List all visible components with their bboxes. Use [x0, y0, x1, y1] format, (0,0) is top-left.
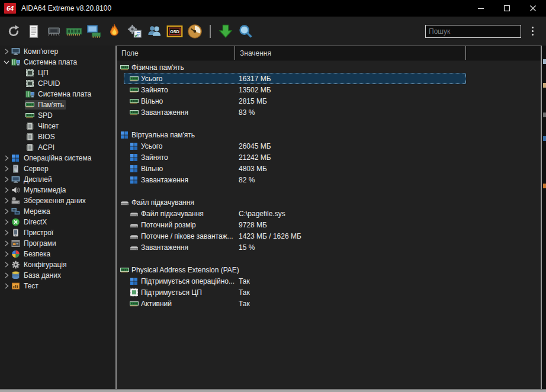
tree-item[interactable]: Чіпсет — [0, 121, 115, 131]
toolbar: OSD — [0, 17, 546, 46]
user-accounts-button[interactable] — [144, 20, 165, 43]
tree-item[interactable]: Комп'ютер — [0, 46, 115, 57]
close-icon — [529, 5, 537, 12]
chevron-right-icon[interactable] — [2, 261, 11, 269]
tree-item[interactable]: Тест — [0, 281, 115, 291]
horizontal-scrollbar[interactable] — [0, 389, 546, 392]
group-header-row[interactable]: Фізична пам'ять — [117, 62, 541, 73]
tree-item[interactable]: Дисплей — [0, 174, 115, 185]
table-section: Physical Address Extension (PAE)Підтриму… — [117, 264, 541, 309]
tree-item[interactable]: Збереження даних — [0, 195, 115, 206]
chevron-right-icon[interactable] — [2, 197, 11, 205]
chevron-right-icon[interactable] — [2, 239, 11, 248]
tree-item-label: Збереження даних — [24, 197, 86, 205]
windows-icon — [130, 165, 139, 173]
tree-item[interactable]: DirectX — [0, 217, 115, 227]
refresh-button[interactable] — [4, 20, 24, 43]
tree-item[interactable]: Операційна система — [0, 153, 115, 163]
value-cell: Так — [239, 287, 250, 298]
tree-item[interactable]: CPUID — [0, 78, 115, 89]
benchmark-button[interactable] — [104, 20, 124, 43]
field-label: Фізична пам'ять — [131, 63, 184, 72]
chevron-down-icon[interactable] — [2, 58, 11, 66]
table-row[interactable]: Зайнято21242 МБ — [117, 152, 541, 163]
tree-item[interactable]: Системна плата — [0, 57, 115, 68]
sensor-panel-icon — [187, 24, 203, 39]
tree-item[interactable]: Мережа — [0, 206, 115, 217]
report-button[interactable] — [24, 20, 44, 43]
table-row[interactable]: Завантаження83 % — [117, 107, 541, 118]
table-row[interactable]: Вільно2815 МБ — [117, 95, 541, 107]
table-row[interactable]: Зайнято13502 МБ — [117, 84, 541, 95]
tree-item[interactable]: Безпека — [0, 249, 115, 259]
table-row[interactable]: Усього26045 МБ — [117, 140, 541, 152]
user-accounts-icon — [147, 24, 162, 38]
cpu-info-button[interactable] — [44, 20, 64, 43]
tree-item[interactable]: ACPI — [0, 142, 115, 153]
find-button[interactable] — [236, 20, 256, 43]
tree-item-label: Сервер — [24, 165, 49, 173]
osd-panel-button[interactable]: OSD — [165, 20, 185, 43]
chevron-right-icon[interactable] — [2, 186, 11, 194]
tree-item[interactable]: Пам'ять — [0, 99, 115, 110]
table-body: Фізична пам'ятьУсього16317 МБЗайнято1350… — [117, 60, 541, 389]
chevron-right-icon[interactable] — [2, 207, 11, 216]
field-cell: Зайнято — [130, 84, 168, 95]
column-header-value[interactable]: Значення — [235, 46, 466, 60]
overflow-menu-button[interactable] — [526, 23, 539, 40]
chevron-right-icon[interactable] — [2, 47, 11, 56]
chevron-right-icon[interactable] — [2, 271, 11, 279]
ram-icon — [130, 97, 139, 105]
group-header-row[interactable]: Файл підкачування — [117, 197, 541, 208]
table-row[interactable]: Підтримується операційно...Так — [117, 275, 541, 287]
table-row[interactable]: Файл підкачуванняC:\pagefile.sys — [117, 208, 541, 219]
search-input[interactable] — [425, 25, 521, 38]
tree-item[interactable]: Програми — [0, 238, 115, 249]
table-row[interactable]: Поточний розмір9728 МБ — [117, 219, 541, 230]
windows-icon — [130, 142, 139, 150]
field-cell: Фізична пам'ять — [120, 62, 184, 73]
table-row[interactable]: Завантаження15 % — [117, 242, 541, 253]
table-row[interactable]: Вільно4803 МБ — [117, 163, 541, 174]
value-cell: 21242 МБ — [239, 152, 271, 163]
table-row[interactable]: Завантаження82 % — [117, 174, 541, 185]
tree-item[interactable]: База даних — [0, 270, 115, 281]
maximize-button[interactable] — [494, 0, 520, 17]
tree-item[interactable]: Системна плата — [0, 89, 115, 99]
column-header-field[interactable]: Поле — [117, 46, 235, 60]
chevron-right-icon[interactable] — [2, 165, 11, 173]
tree-item[interactable]: Пристрої — [0, 227, 115, 238]
download-update-button[interactable] — [216, 20, 236, 43]
table-row[interactable]: АктивнийТак — [117, 298, 541, 309]
chevron-right-icon[interactable] — [2, 175, 11, 184]
tree-item[interactable]: Сервер — [0, 163, 115, 174]
memory-info-button[interactable] — [64, 20, 84, 43]
tree-item[interactable]: ЦП — [0, 68, 115, 78]
windows-icon — [130, 153, 139, 162]
table-row[interactable]: Поточне / пікове завантаж...1423 МБ / 16… — [117, 230, 541, 242]
field-label: Завантаження — [141, 243, 188, 252]
tree-item-label: CPUID — [38, 79, 60, 88]
tree-item-label: SPD — [38, 111, 53, 120]
tree-item[interactable]: Мультимедіа — [0, 185, 115, 195]
group-header-row[interactable]: Віртуальна пам'ять — [117, 129, 541, 140]
chevron-right-icon[interactable] — [2, 250, 11, 258]
table-row[interactable]: Усього16317 МБ — [117, 73, 541, 84]
chevron-right-icon[interactable] — [2, 282, 11, 290]
video-devices-button[interactable] — [84, 20, 104, 43]
tree-item-label: Безпека — [24, 250, 50, 258]
tree-item[interactable]: BIOS — [0, 131, 115, 142]
table-row[interactable]: Підтримується ЦПТак — [117, 287, 541, 298]
minimize-button[interactable] — [468, 0, 494, 17]
group-header-row[interactable]: Physical Address Extension (PAE) — [117, 264, 541, 275]
chevron-right-icon[interactable] — [2, 218, 11, 226]
tree-item[interactable]: Конфігурація — [0, 259, 115, 270]
chevron-right-icon[interactable] — [2, 154, 11, 162]
chevron-right-icon[interactable] — [2, 229, 11, 237]
value-cell: 16317 МБ — [239, 73, 271, 84]
close-button[interactable] — [520, 0, 546, 17]
preferences-button[interactable] — [124, 20, 144, 43]
sensor-panel-button[interactable] — [185, 20, 205, 43]
tree-item[interactable]: SPD — [0, 110, 115, 121]
chip-icon — [25, 122, 34, 130]
